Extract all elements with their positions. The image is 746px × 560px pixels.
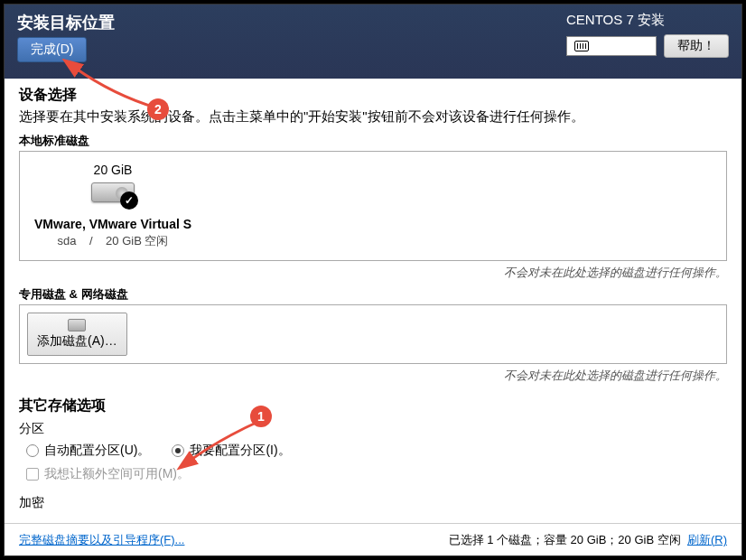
done-button[interactable]: 完成(D) (17, 37, 87, 62)
add-disk-icon (68, 319, 86, 331)
disk-item[interactable]: 20 GiB VMware, VMware Virtual S sda / 20… (34, 163, 191, 249)
disk-icon (91, 182, 135, 202)
keyboard-layout-value: cn (594, 39, 609, 53)
disk-note-2: 不会对未在此处选择的磁盘进行任何操作。 (19, 368, 727, 384)
radio-icon (172, 444, 184, 457)
main-content: 设备选择 选择要在其中安装系统的设备。点击主菜单中的"开始安装"按钮前不会对该设… (5, 79, 741, 523)
os-label: CENTOS 7 安装 (566, 12, 729, 29)
device-selection-desc: 选择要在其中安装系统的设备。点击主菜单中的"开始安装"按钮前不会对该设备进行任何… (19, 108, 727, 126)
disk-info: sda / 20 GiB 空闲 (34, 233, 191, 249)
device-selection-title: 设备选择 (19, 86, 727, 105)
checkbox-extra-space[interactable]: 我想让额外空间可用(M)。 (26, 466, 190, 482)
keyboard-icon (574, 41, 589, 51)
special-disks-label: 专用磁盘 & 网络磁盘 (19, 286, 727, 303)
special-disks-container: 添加磁盘(A)… (19, 304, 727, 364)
disk-separator: / (89, 234, 93, 247)
checkbox-icon (26, 468, 39, 481)
local-disks-container: 20 GiB VMware, VMware Virtual S sda / 20… (19, 151, 727, 261)
radio-manual-label: 我要配置分区(I)。 (190, 443, 290, 459)
disk-size: 20 GiB (34, 163, 191, 177)
local-disks-label: 本地标准磁盘 (19, 133, 727, 149)
radio-manual-partition[interactable]: 我要配置分区(I)。 (172, 443, 290, 459)
annotation-badge-2: 2 (147, 98, 169, 120)
footer-status: 已选择 1 个磁盘；容量 20 GiB；20 GiB 空闲 (449, 533, 681, 546)
add-disk-label: 添加磁盘(A)… (37, 333, 117, 350)
radio-icon (26, 444, 39, 457)
keyboard-layout-selector[interactable]: cn (566, 36, 657, 56)
checkbox-extra-label: 我想让额外空间可用(M)。 (44, 466, 190, 482)
add-disk-button[interactable]: 添加磁盘(A)… (27, 313, 127, 356)
header-bar: 安装目标位置 完成(D) CENTOS 7 安装 cn 帮助！ (5, 5, 741, 79)
disk-device: sda (58, 234, 77, 247)
refresh-link[interactable]: 刷新(R) (687, 533, 727, 546)
footer-bar: 完整磁盘摘要以及引导程序(F)... 已选择 1 个磁盘；容量 20 GiB；2… (5, 523, 741, 555)
header-right: CENTOS 7 安装 cn 帮助！ (566, 12, 729, 58)
check-badge-icon (120, 191, 138, 210)
annotation-badge-1: 1 (250, 406, 272, 427)
disk-free: 20 GiB 空闲 (106, 234, 168, 247)
storage-options-title: 其它存储选项 (19, 397, 727, 415)
encryption-label: 加密 (19, 495, 727, 511)
help-button[interactable]: 帮助！ (664, 34, 729, 58)
footer-right: 已选择 1 个磁盘；容量 20 GiB；20 GiB 空闲 刷新(R) (449, 532, 727, 548)
partition-label: 分区 (19, 421, 727, 437)
disk-note-1: 不会对未在此处选择的磁盘进行任何操作。 (19, 265, 727, 281)
disk-name: VMware, VMware Virtual S (34, 217, 191, 231)
radio-auto-label: 自动配置分区(U)。 (44, 443, 150, 459)
radio-auto-partition[interactable]: 自动配置分区(U)。 (26, 443, 150, 459)
summary-link[interactable]: 完整磁盘摘要以及引导程序(F)... (19, 532, 184, 548)
